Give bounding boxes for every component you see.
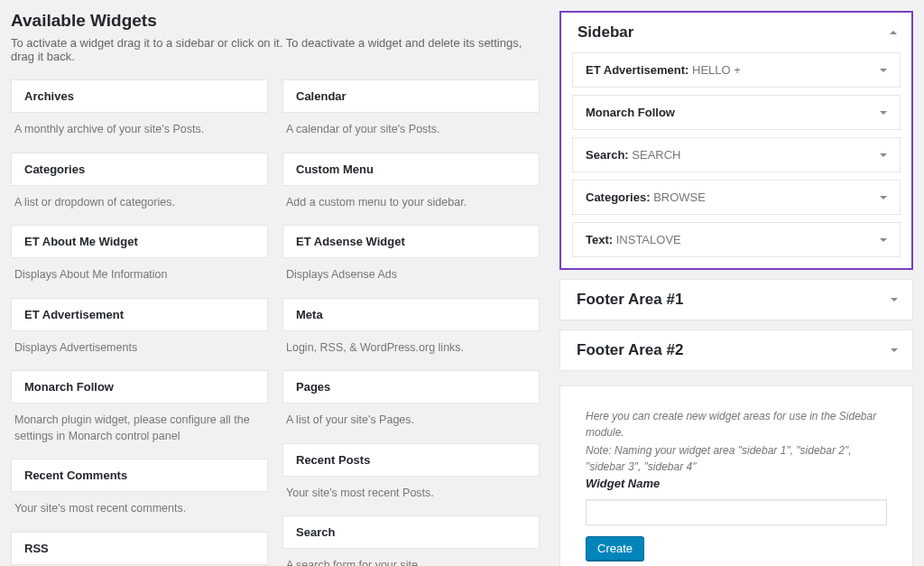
placed-widget-label: Monarch Follow [586, 106, 675, 119]
widget-description: A list or dropdown of categories. [11, 186, 268, 224]
available-widget: CategoriesA list or dropdown of categori… [11, 153, 268, 224]
footer-area-2-header[interactable]: Footer Area #2 [560, 330, 912, 370]
chevron-down-icon [891, 348, 898, 352]
available-widget: Recent CommentsYour site's most recent c… [11, 459, 268, 530]
available-widget: CalendarA calendar of your site's Posts. [282, 79, 540, 151]
placed-widget[interactable]: ET Advertisement: HELLO + [572, 52, 901, 88]
chevron-down-icon [891, 298, 898, 302]
available-widget: RSSEntries from any RSS or Atom feed. [11, 532, 268, 567]
placed-widget-label: Categories: [586, 190, 651, 204]
placed-widget[interactable]: Search: SEARCH [572, 137, 901, 172]
widget-header[interactable]: RSS [11, 532, 268, 565]
available-widgets-grid: ArchivesA monthly archive of your site's… [11, 79, 540, 566]
widget-description: Add a custom menu to your sidebar. [282, 186, 540, 224]
widget-description: A list of your site's Pages. [282, 404, 540, 441]
widget-description: A monthly archive of your site's Posts. [11, 113, 268, 151]
widget-header[interactable]: Monarch Follow [11, 370, 268, 404]
widget-description: Login, RSS, & WordPress.org links. [282, 331, 540, 369]
widget-description: Displays Advertisements [11, 331, 268, 369]
widget-header[interactable]: ET Adsense Widget [282, 225, 540, 258]
widget-description: Your site's most recent Posts. [282, 477, 540, 515]
create-note-line1: Here you can create new widget areas for… [586, 408, 887, 441]
chevron-down-icon [880, 153, 887, 157]
widget-description: Your site's most recent comments. [11, 492, 268, 530]
widget-header[interactable]: Pages [282, 370, 540, 404]
footer-area-2-title: Footer Area #2 [577, 341, 683, 359]
available-widget: ArchivesA monthly archive of your site's… [11, 79, 268, 151]
footer-area-1-header[interactable]: Footer Area #1 [560, 280, 912, 320]
footer-area-1: Footer Area #1 [559, 279, 913, 320]
placed-widget-suffix: HELLO + [688, 63, 740, 77]
footer-area-1-title: Footer Area #1 [577, 291, 683, 309]
chevron-down-icon [880, 196, 887, 199]
available-widget: PagesA list of your site's Pages. [282, 370, 540, 441]
widget-header[interactable]: Recent Posts [282, 443, 540, 477]
widget-header[interactable]: ET Advertisement [11, 298, 268, 331]
create-widget-area-box: Here you can create new widget areas for… [559, 385, 913, 566]
placed-widget-label: Search: [586, 148, 629, 162]
widget-header[interactable]: Search [282, 515, 540, 549]
widget-description: A calendar of your site's Posts. [282, 113, 540, 151]
widget-description: A search form for your site. [282, 549, 540, 566]
chevron-up-icon [890, 31, 897, 34]
widget-header[interactable]: Archives [11, 79, 268, 113]
available-widget: SearchA search form for your site. [282, 515, 540, 566]
chevron-down-icon [880, 69, 887, 72]
widget-name-input[interactable] [586, 499, 887, 525]
widget-description: Monarch plugin widget, please configure … [11, 404, 268, 457]
available-widgets-title: Available Widgets [11, 11, 540, 31]
widget-header[interactable]: Categories [11, 153, 268, 186]
widget-header[interactable]: ET About Me Widget [11, 225, 268, 258]
widget-header[interactable]: Recent Comments [11, 459, 268, 492]
available-widget: Monarch FollowMonarch plugin widget, ple… [11, 370, 268, 457]
available-widget: Custom MenuAdd a custom menu to your sid… [282, 153, 540, 224]
widget-description: Displays About Me Information [11, 258, 268, 296]
sidebar-widgets-list: ET Advertisement: HELLO +Monarch FollowS… [561, 52, 911, 268]
widget-header[interactable]: Meta [282, 298, 540, 331]
widget-description: Displays Adsense Ads [282, 258, 540, 296]
available-widgets-subtitle: To activate a widget drag it to a sideba… [11, 36, 540, 63]
create-note-line2: Note: Naming your widget area "sidebar 1… [586, 442, 887, 475]
placed-widget-label: Text: [586, 233, 613, 246]
widget-header[interactable]: Custom Menu [282, 153, 540, 186]
placed-widget-suffix: BROWSE [651, 190, 706, 204]
placed-widget[interactable]: Categories: BROWSE [572, 180, 901, 215]
sidebar-area-header[interactable]: Sidebar [561, 13, 911, 52]
chevron-down-icon [880, 111, 887, 115]
placed-widget-suffix: INSTALOVE [613, 233, 681, 246]
available-widget: ET AdvertisementDisplays Advertisements [11, 298, 268, 369]
create-button[interactable]: Create [586, 536, 644, 561]
available-widget: Recent PostsYour site's most recent Post… [282, 443, 540, 515]
available-widget: ET Adsense WidgetDisplays Adsense Ads [282, 225, 540, 296]
placed-widget[interactable]: Text: INSTALOVE [572, 222, 901, 257]
placed-widget-suffix: SEARCH [629, 148, 681, 162]
placed-widget-label: ET Advertisement: [586, 63, 688, 77]
widget-header[interactable]: Calendar [282, 79, 540, 113]
chevron-down-icon [880, 238, 887, 242]
widget-name-label: Widget Name [586, 477, 887, 490]
sidebar-area: Sidebar ET Advertisement: HELLO +Monarch… [559, 11, 913, 270]
footer-area-2: Footer Area #2 [559, 329, 913, 371]
sidebar-area-title: Sidebar [578, 23, 633, 42]
available-widget: MetaLogin, RSS, & WordPress.org links. [282, 298, 540, 369]
available-widget: ET About Me WidgetDisplays About Me Info… [11, 225, 268, 296]
placed-widget[interactable]: Monarch Follow [572, 95, 901, 130]
